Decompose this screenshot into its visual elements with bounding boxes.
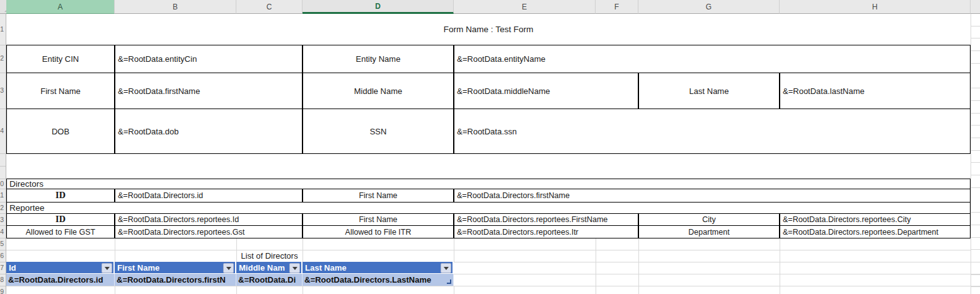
column-header-partial[interactable]	[971, 0, 980, 14]
cell-list-of-directors-caption[interactable]: List of Directors	[236, 250, 303, 262]
cell-entity-cin-value[interactable]: &=RootData.entityCin	[115, 45, 303, 73]
column-header-h[interactable]: H	[780, 0, 971, 14]
select-all-corner[interactable]	[0, 0, 6, 14]
row-header-18[interactable]: 18	[0, 276, 4, 283]
cell-dob-value[interactable]: &=RootData.dob	[115, 109, 303, 154]
cell-last-name-label[interactable]: Last Name	[638, 73, 780, 109]
row-header-11[interactable]: 11	[0, 191, 4, 199]
cell-entity-name-label[interactable]: Entity Name	[303, 45, 454, 73]
table-header-last-name[interactable]: Last Name	[303, 262, 454, 274]
row-header-10[interactable]: 10	[0, 180, 4, 187]
row-header-3[interactable]: 3	[0, 86, 4, 94]
cell-reportee-first-name-label[interactable]: First Name	[303, 213, 454, 226]
row-header-12[interactable]: 12	[0, 204, 4, 211]
cell-reportee-city-value[interactable]: &=RootData.Directors.reportees.City	[780, 213, 971, 226]
cell-entity-cin-label[interactable]: Entity CIN	[6, 45, 115, 73]
cell-directors-id-label[interactable]: ID	[6, 189, 115, 203]
filter-button-id[interactable]	[101, 263, 112, 273]
row-header-1[interactable]: 1	[0, 25, 4, 33]
row-header-2[interactable]: 2	[0, 54, 4, 62]
row-headers[interactable]: 1 2 3 4 10 11 12 13 14 15 16 17 18 19	[0, 14, 6, 294]
column-header-e[interactable]: E	[454, 0, 596, 14]
table-cell-last-name[interactable]: &=RootData.Directors.LastName	[303, 274, 454, 286]
table-header-first-name-label: First Name	[117, 263, 159, 273]
row-header-19[interactable]: 19	[0, 288, 4, 294]
table-header-middle-name[interactable]: Middle Nam	[236, 262, 303, 274]
filter-button-first-name[interactable]	[223, 263, 234, 273]
filter-button-middle-name[interactable]	[289, 263, 300, 273]
table-header-middle-name-label: Middle Nam	[239, 263, 285, 273]
column-header-g[interactable]: G	[638, 0, 780, 14]
cell-last-name-value[interactable]: &=RootData.lastName	[780, 73, 971, 109]
table-header-id[interactable]: Id	[6, 262, 115, 274]
cell-dob-label[interactable]: DOB	[6, 109, 115, 154]
spreadsheet: A B C D E F G H 1 2 3 4 10 11 12 13 14 1…	[0, 0, 980, 294]
row-header-16[interactable]: 16	[0, 252, 4, 259]
row-header-4[interactable]: 4	[0, 127, 4, 134]
filter-button-last-name[interactable]	[441, 263, 451, 273]
cell-reportee-id-label[interactable]: ID	[6, 213, 115, 226]
filter-dropdown-icon	[444, 267, 449, 270]
column-header-b[interactable]: B	[115, 0, 236, 14]
cell-directors-first-name-value[interactable]: &=RootData.Directors.firstName	[454, 189, 971, 203]
table-cell-id[interactable]: &=RootData.Directors.id	[6, 274, 115, 286]
cell-ssn-label[interactable]: SSN	[303, 109, 454, 154]
table-resize-handle[interactable]	[447, 279, 451, 284]
cell-entity-name-value[interactable]: &=RootData.entityName	[454, 45, 971, 73]
row-header-15[interactable]: 15	[0, 240, 4, 247]
filter-dropdown-icon	[292, 267, 297, 270]
table-header-first-name[interactable]: First Name	[115, 262, 236, 274]
table-cell-middle-name[interactable]: &=RootData.Di	[236, 274, 303, 286]
cell-reportee-itr-value[interactable]: &=RootData.Directors.reportees.Itr	[454, 225, 638, 238]
cell-reportee-department-value[interactable]: &=RootData.Directors.reportees.Departmen…	[780, 225, 971, 238]
row-header-14[interactable]: 14	[0, 228, 4, 235]
cell-directors-id-value[interactable]: &=RootData.Directors.id	[115, 189, 303, 203]
cell-ssn-value[interactable]: &=RootData.ssn	[454, 109, 971, 154]
cell-reportee-first-name-value[interactable]: &=RootData.Directors.reportees.FirstName	[454, 213, 638, 226]
filter-dropdown-icon	[105, 267, 110, 270]
cell-form-title[interactable]: Form Name : Test Form	[6, 14, 971, 45]
cell-reportee-gst-label[interactable]: Allowed to File GST	[6, 225, 115, 238]
cell-middle-name-label[interactable]: Middle Name	[303, 73, 454, 109]
column-header-c[interactable]: C	[236, 0, 303, 14]
table-header-id-label: Id	[9, 263, 16, 273]
cell-first-name-value[interactable]: &=RootData.firstName	[115, 73, 303, 109]
column-header-d[interactable]: D	[303, 0, 454, 14]
table-header-last-name-label: Last Name	[305, 263, 347, 273]
cell-reportee-department-label[interactable]: Department	[638, 225, 780, 238]
filter-dropdown-icon	[226, 267, 231, 270]
cell-reportee-header[interactable]: Reportee	[6, 202, 971, 214]
cell-reportee-gst-value[interactable]: &=RootData.Directors.reportees.Gst	[115, 225, 303, 238]
cell-reportee-id-value[interactable]: &=RootData.Directors.reportees.Id	[115, 213, 303, 226]
row-header-17[interactable]: 17	[0, 264, 4, 271]
column-header-a[interactable]: A	[6, 0, 115, 14]
cell-first-name-label[interactable]: First Name	[6, 73, 115, 109]
cell-reportee-itr-label[interactable]: Allowed to File ITR	[303, 225, 454, 238]
cell-reportee-city-label[interactable]: City	[638, 213, 780, 226]
column-header-f[interactable]: F	[596, 0, 638, 14]
table-cell-first-name[interactable]: &=RootData.Directors.firstN	[115, 274, 236, 286]
cell-middle-name-value[interactable]: &=RootData.middleName	[454, 73, 638, 109]
cell-directors-header[interactable]: Directors	[6, 179, 971, 189]
row-header-13[interactable]: 13	[0, 216, 4, 223]
cell-directors-first-name-label[interactable]: First Name	[303, 189, 454, 203]
